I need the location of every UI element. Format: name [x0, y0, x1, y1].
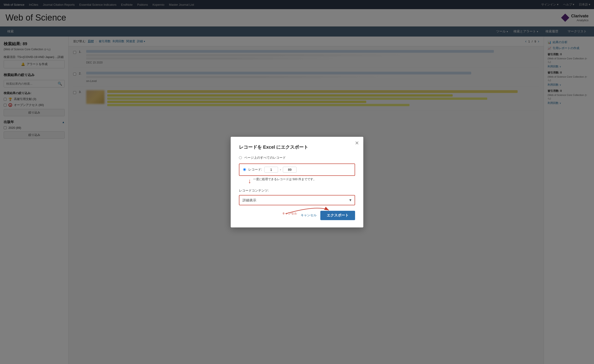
record-content-label: レコードコンテンツ: — [239, 189, 355, 193]
modal-title: レコードを Excel にエクスポート — [239, 144, 355, 150]
modal-overlay[interactable]: ✕ レコードを Excel にエクスポート ページ上のすべてのレコード レコード… — [0, 0, 594, 364]
option-all-records: ページ上のすべてのレコード — [239, 156, 355, 160]
export-button[interactable]: エクスポート — [320, 211, 355, 220]
modal-close-button[interactable]: ✕ — [354, 140, 360, 146]
modal-footer: キャンセル キャンセル エクスポート — [239, 211, 355, 220]
export-modal: ✕ レコードを Excel にエクスポート ページ上のすべてのレコード レコード… — [231, 137, 363, 228]
down-arrow-icon: ↓ — [248, 178, 251, 184]
range-from-input[interactable] — [264, 167, 278, 173]
arrow-annotation-row: ↓ 一度に処理できるレコードは 500 件までです。 — [239, 177, 355, 185]
content-type-dropdown-box: 詳細表示 標準表示 著者、タイトル、ソース ▾ — [239, 195, 355, 205]
option-all-label: ページ上のすべてのレコード — [244, 156, 286, 160]
limit-note: 一度に処理できるレコードは 500 件までです。 — [253, 177, 316, 181]
option-range-radio[interactable] — [243, 168, 246, 171]
range-to-input[interactable] — [283, 167, 297, 173]
range-inputs: - — [264, 167, 297, 173]
range-dash: - — [280, 168, 281, 172]
option-all-radio[interactable] — [239, 156, 242, 159]
cancel-button[interactable]: キャンセル — [301, 213, 317, 217]
record-range-box: レコード: - — [239, 163, 355, 176]
option-range-label: レコード: — [248, 168, 262, 172]
svg-text:キャンセル: キャンセル — [282, 212, 297, 215]
content-type-select[interactable]: 詳細表示 標準表示 著者、タイトル、ソース — [239, 195, 355, 205]
